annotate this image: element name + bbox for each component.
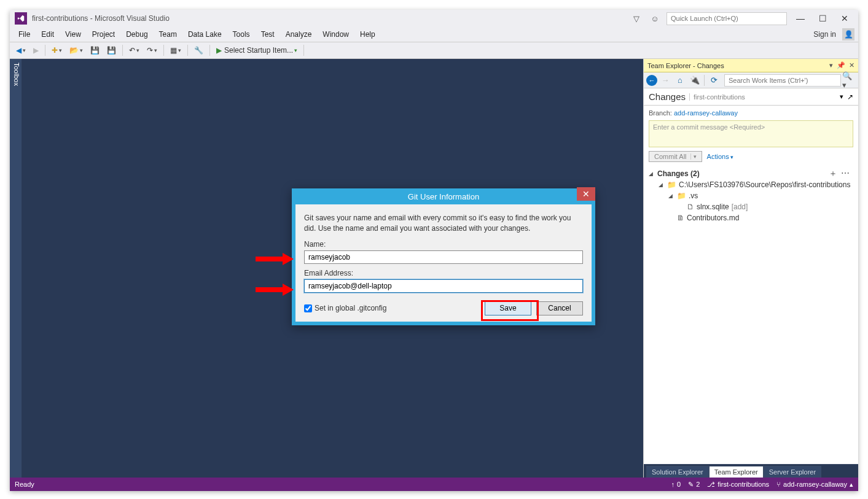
branch-label: Branch: [649,109,672,117]
te-back-icon[interactable]: ← [646,75,657,86]
status-branch[interactable]: ⑂ add-ramsey-callaway ▴ [776,481,853,489]
team-explorer-toolbar: ← → ⌂ 🔌 ⟳ 🔍▾ [644,72,858,88]
name-input[interactable] [304,250,583,264]
dialog-title: Git User Information [408,192,479,201]
nav-back-button[interactable]: ◀ [14,44,28,57]
te-search-input[interactable] [724,74,841,87]
panel-tabs: Solution Explorer Team Explorer Server E… [644,464,858,478]
sqlite-file-node[interactable]: ◢🗋 slnx.sqlite [add] [649,201,853,212]
tab-team-explorer[interactable]: Team Explorer [709,466,764,478]
dialog-description: Git saves your name and email with every… [304,213,583,234]
name-label: Name: [304,240,583,249]
team-explorer-panel: Team Explorer - Changes ▾ 📌 ✕ ← → ⌂ 🔌 ⟳ … [643,59,858,478]
git-user-info-dialog: Git User Information ✕ Git saves your na… [292,188,595,325]
cancel-button[interactable]: Cancel [536,301,583,315]
te-refresh-icon[interactable]: ⟳ [707,74,721,87]
startup-item-label: Select Startup Item... [224,46,293,55]
gitconfig-checkbox[interactable]: Set in global .gitconfig [304,304,386,312]
undo-button[interactable]: ↶ [127,44,142,57]
panel-close-icon[interactable]: ✕ [849,61,854,69]
vs-logo-icon [15,12,27,25]
email-label: Email Address: [304,269,583,277]
te-forward-icon[interactable]: → [659,74,672,87]
notifications-icon[interactable]: ▽ [630,12,643,25]
menu-analyze[interactable]: Analyze [281,29,317,40]
sqlite-file: slnx.sqlite [697,203,729,211]
status-publish[interactable]: ↑ 0 [671,481,681,488]
toolbar: ◀ ▶ ✚ 📂 💾 💾 ↶ ↷ ▦ 🔧 ▶ Select Startup Ite… [10,42,858,59]
save-button[interactable]: Save [485,301,531,315]
window-title: first-contributions - Microsoft Visual S… [32,14,170,23]
properties-button[interactable]: 🔧 [192,44,206,57]
redo-button[interactable]: ↷ [144,44,160,57]
save-button[interactable]: 💾 [88,44,102,57]
commit-message-input[interactable]: Enter a commit message <Required> [649,120,853,147]
menu-edit[interactable]: Edit [36,29,59,40]
tab-solution-explorer[interactable]: Solution Explorer [646,466,709,478]
branch-link[interactable]: add-ramsey-callaway [674,109,738,117]
menu-view[interactable]: View [60,29,86,40]
menu-project[interactable]: Project [87,29,120,40]
te-changes-label: Changes [649,91,686,102]
gitconfig-checkbox-input[interactable] [304,304,312,312]
team-explorer-titlebar: Team Explorer - Changes ▾ 📌 ✕ [644,59,858,72]
menu-debug[interactable]: Debug [121,29,152,40]
te-section-header: Changes first-contributions ▾ ↗ [644,88,858,106]
te-search-icon[interactable]: 🔍▾ [842,74,856,87]
panel-dropdown-icon[interactable]: ▾ [829,61,833,69]
actions-dropdown[interactable]: Actions [707,153,734,160]
pin-icon[interactable]: 📌 [837,61,845,69]
changes-group[interactable]: ◢ Changes (2) ＋ ⋯ [649,168,853,179]
menu-tools[interactable]: Tools [228,29,255,40]
changes-tree: ◢ Changes (2) ＋ ⋯ ◢📁 C:\Users\FS103976\S… [649,168,853,223]
status-changes[interactable]: ✎ 2 [688,481,700,489]
toolbox-tab[interactable]: Toolbox [10,59,22,478]
repo-path-node[interactable]: ◢📁 C:\Users\FS103976\Source\Repos\first-… [649,179,853,190]
open-button[interactable]: 📂 [67,44,85,57]
statusbar: Ready ↑ 0 ✎ 2 ⎇ first-contributions ⑂ ad… [10,478,858,491]
commit-all-button[interactable]: Commit All [649,151,702,162]
team-explorer-title: Team Explorer - Changes [647,62,724,69]
start-debug-button[interactable]: ▶ Select Startup Item... ▾ [214,44,300,57]
quick-launch-input[interactable] [667,12,787,25]
te-header-drop-icon[interactable]: ▾ [840,93,843,101]
user-icon[interactable]: 👤 [842,28,854,41]
nav-fwd-button[interactable]: ▶ [31,44,41,57]
save-all-button[interactable]: 💾 [104,44,119,57]
add-icon[interactable]: ＋ [829,168,837,179]
tab-server-explorer[interactable]: Server Explorer [764,466,821,478]
dialog-titlebar: Git User Information ✕ [292,188,595,204]
branch-row: Branch: add-ramsey-callaway [649,109,853,117]
vs-folder: .vs [689,191,698,200]
status-repo[interactable]: ⎇ first-contributions [707,481,769,489]
menu-test[interactable]: Test [256,29,280,40]
sign-in-link[interactable]: Sign in [808,29,841,40]
changes-count: Changes (2) [657,169,700,178]
menu-file[interactable]: File [14,29,35,40]
repo-path: C:\Users\FS103976\Source\Repos\first-con… [679,180,850,189]
te-connect-icon[interactable]: 🔌 [688,74,702,87]
minimize-button[interactable]: — [792,12,809,25]
te-body: Branch: add-ramsey-callaway Enter a comm… [644,106,858,464]
email-input[interactable] [304,279,583,293]
te-popout-icon[interactable]: ↗ [847,93,853,101]
vs-folder-node[interactable]: ◢📁 .vs [649,190,853,201]
dialog-close-button[interactable]: ✕ [577,187,595,201]
te-home-icon[interactable]: ⌂ [673,74,687,87]
titlebar: first-contributions - Microsoft Visual S… [10,10,858,27]
maximize-button[interactable]: ☐ [814,12,831,25]
status-ready: Ready [15,481,34,488]
te-project-label: first-contributions [689,93,745,101]
solution-config-button[interactable]: ▦ [168,44,184,57]
commit-actions-row: Commit All Actions [649,151,853,162]
contributors-node[interactable]: ◢🗎 Contributors.md [649,212,853,223]
feedback-icon[interactable]: ☺ [648,12,662,25]
more-icon[interactable]: ⋯ [841,168,850,179]
new-item-button[interactable]: ✚ [49,44,65,57]
menu-datalake[interactable]: Data Lake [183,29,227,40]
menu-team[interactable]: Team [154,29,182,40]
gitconfig-checkbox-label: Set in global .gitconfig [315,304,386,312]
close-button[interactable]: ✕ [836,12,853,25]
menu-window[interactable]: Window [318,29,354,40]
menu-help[interactable]: Help [355,29,380,40]
